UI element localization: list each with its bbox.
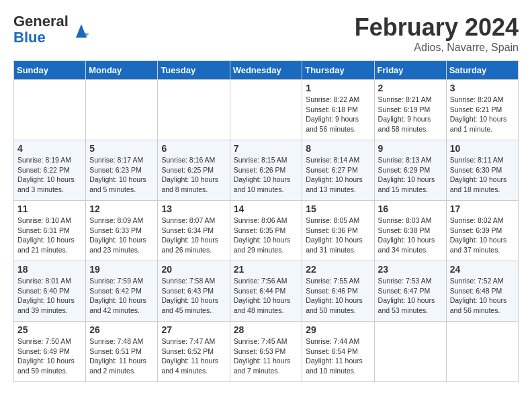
logo: General Blue [13,13,92,46]
day-number: 6 [161,143,226,154]
day-info: Sunrise: 8:07 AM Sunset: 6:34 PM Dayligh… [161,216,226,255]
day-number: 29 [306,324,370,335]
day-number: 20 [161,264,226,275]
day-number: 23 [378,264,443,275]
calendar-cell: 7Sunrise: 8:15 AM Sunset: 6:26 PM Daylig… [230,140,302,201]
day-info: Sunrise: 8:11 AM Sunset: 6:30 PM Dayligh… [450,155,515,195]
calendar-cell: 27Sunrise: 7:47 AM Sunset: 6:52 PM Dayli… [158,322,230,382]
calendar-table: SundayMondayTuesdayWednesdayThursdayFrid… [13,60,519,382]
calendar-week-row: 4Sunrise: 8:19 AM Sunset: 6:22 PM Daylig… [14,140,519,201]
weekday-header-monday: Monday [86,61,158,80]
calendar-cell: 18Sunrise: 8:01 AM Sunset: 6:40 PM Dayli… [14,261,86,322]
calendar-cell: 26Sunrise: 7:48 AM Sunset: 6:51 PM Dayli… [86,322,158,382]
day-number: 19 [89,264,154,275]
day-info: Sunrise: 7:44 AM Sunset: 6:54 PM Dayligh… [306,336,370,376]
calendar-cell [158,80,230,140]
calendar-cell: 24Sunrise: 7:52 AM Sunset: 6:48 PM Dayli… [446,261,518,322]
calendar-cell: 4Sunrise: 8:19 AM Sunset: 6:22 PM Daylig… [14,140,86,201]
day-number: 21 [234,264,299,275]
day-info: Sunrise: 7:58 AM Sunset: 6:43 PM Dayligh… [161,276,226,316]
day-number: 28 [234,324,299,335]
weekday-header-saturday: Saturday [446,61,518,80]
day-info: Sunrise: 8:02 AM Sunset: 6:39 PM Dayligh… [450,216,515,255]
calendar-cell [14,80,86,140]
logo-blue: Blue [13,29,46,46]
calendar-cell: 8Sunrise: 8:14 AM Sunset: 6:27 PM Daylig… [302,140,374,201]
day-info: Sunrise: 7:53 AM Sunset: 6:47 PM Dayligh… [378,276,443,316]
title-block: February 2024 Adios, Navarre, Spain [355,13,519,54]
day-info: Sunrise: 7:45 AM Sunset: 6:53 PM Dayligh… [234,336,299,376]
calendar-cell: 29Sunrise: 7:44 AM Sunset: 6:54 PM Dayli… [302,322,374,382]
day-number: 24 [450,264,515,275]
day-info: Sunrise: 8:19 AM Sunset: 6:22 PM Dayligh… [17,155,82,195]
day-info: Sunrise: 7:50 AM Sunset: 6:49 PM Dayligh… [17,336,82,376]
calendar-week-row: 18Sunrise: 8:01 AM Sunset: 6:40 PM Dayli… [14,261,519,322]
calendar-cell: 15Sunrise: 8:05 AM Sunset: 6:36 PM Dayli… [302,201,374,261]
day-number: 10 [450,143,515,154]
calendar-cell: 20Sunrise: 7:58 AM Sunset: 6:43 PM Dayli… [158,261,230,322]
day-info: Sunrise: 8:06 AM Sunset: 6:35 PM Dayligh… [234,216,299,255]
calendar-cell: 11Sunrise: 8:10 AM Sunset: 6:31 PM Dayli… [14,201,86,261]
calendar-cell: 28Sunrise: 7:45 AM Sunset: 6:53 PM Dayli… [230,322,302,382]
page-header: General Blue February 2024 Adios, Navarr… [13,13,519,54]
day-info: Sunrise: 7:47 AM Sunset: 6:52 PM Dayligh… [161,336,226,376]
weekday-header-friday: Friday [374,61,446,80]
calendar-cell: 14Sunrise: 8:06 AM Sunset: 6:35 PM Dayli… [230,201,302,261]
calendar-cell: 25Sunrise: 7:50 AM Sunset: 6:49 PM Dayli… [14,322,86,382]
day-number: 5 [89,143,154,154]
day-info: Sunrise: 7:48 AM Sunset: 6:51 PM Dayligh… [89,336,154,376]
day-info: Sunrise: 8:13 AM Sunset: 6:29 PM Dayligh… [378,155,443,195]
day-info: Sunrise: 8:05 AM Sunset: 6:36 PM Dayligh… [306,216,370,255]
calendar-week-row: 1Sunrise: 8:22 AM Sunset: 6:18 PM Daylig… [14,80,519,140]
calendar-cell [86,80,158,140]
weekday-header-row: SundayMondayTuesdayWednesdayThursdayFrid… [14,61,519,80]
day-info: Sunrise: 8:22 AM Sunset: 6:18 PM Dayligh… [306,95,370,134]
logo-general: General [13,13,69,30]
day-number: 13 [161,203,226,214]
calendar-cell: 6Sunrise: 8:16 AM Sunset: 6:25 PM Daylig… [158,140,230,201]
day-number: 22 [306,264,370,275]
day-number: 11 [17,203,82,214]
day-info: Sunrise: 8:14 AM Sunset: 6:27 PM Dayligh… [306,155,370,195]
day-number: 9 [378,143,443,154]
weekday-header-thursday: Thursday [302,61,374,80]
calendar-cell: 12Sunrise: 8:09 AM Sunset: 6:33 PM Dayli… [86,201,158,261]
calendar-cell: 2Sunrise: 8:21 AM Sunset: 6:19 PM Daylig… [374,80,446,140]
day-number: 12 [89,203,154,214]
calendar-cell: 9Sunrise: 8:13 AM Sunset: 6:29 PM Daylig… [374,140,446,201]
day-info: Sunrise: 7:52 AM Sunset: 6:48 PM Dayligh… [450,276,515,316]
calendar-week-row: 25Sunrise: 7:50 AM Sunset: 6:49 PM Dayli… [14,322,519,382]
day-number: 8 [306,143,370,154]
day-number: 25 [17,324,82,335]
day-info: Sunrise: 7:55 AM Sunset: 6:46 PM Dayligh… [306,276,370,316]
day-info: Sunrise: 7:56 AM Sunset: 6:44 PM Dayligh… [234,276,299,316]
calendar-cell: 23Sunrise: 7:53 AM Sunset: 6:47 PM Dayli… [374,261,446,322]
calendar-cell: 1Sunrise: 8:22 AM Sunset: 6:18 PM Daylig… [302,80,374,140]
day-info: Sunrise: 8:16 AM Sunset: 6:25 PM Dayligh… [161,155,226,195]
calendar-cell: 10Sunrise: 8:11 AM Sunset: 6:30 PM Dayli… [446,140,518,201]
calendar-cell: 3Sunrise: 8:20 AM Sunset: 6:21 PM Daylig… [446,80,518,140]
calendar-cell [374,322,446,382]
calendar-cell: 22Sunrise: 7:55 AM Sunset: 6:46 PM Dayli… [302,261,374,322]
calendar-cell: 19Sunrise: 7:59 AM Sunset: 6:42 PM Dayli… [86,261,158,322]
day-number: 4 [17,143,82,154]
day-number: 16 [378,203,443,214]
day-info: Sunrise: 8:03 AM Sunset: 6:38 PM Dayligh… [378,216,443,255]
calendar-cell [230,80,302,140]
weekday-header-tuesday: Tuesday [158,61,230,80]
location: Adios, Navarre, Spain [355,42,519,54]
day-number: 26 [89,324,154,335]
day-info: Sunrise: 8:17 AM Sunset: 6:23 PM Dayligh… [89,155,154,195]
day-number: 15 [306,203,370,214]
month-title: February 2024 [355,13,519,42]
day-number: 2 [378,83,443,93]
day-number: 18 [17,264,82,275]
day-info: Sunrise: 7:59 AM Sunset: 6:42 PM Dayligh… [89,276,154,316]
calendar-cell: 17Sunrise: 8:02 AM Sunset: 6:39 PM Dayli… [446,201,518,261]
day-number: 14 [234,203,299,214]
day-number: 1 [306,83,370,93]
day-info: Sunrise: 8:21 AM Sunset: 6:19 PM Dayligh… [378,95,443,134]
weekday-header-sunday: Sunday [14,61,86,80]
day-info: Sunrise: 8:09 AM Sunset: 6:33 PM Dayligh… [89,216,154,255]
day-info: Sunrise: 8:15 AM Sunset: 6:26 PM Dayligh… [234,155,299,195]
